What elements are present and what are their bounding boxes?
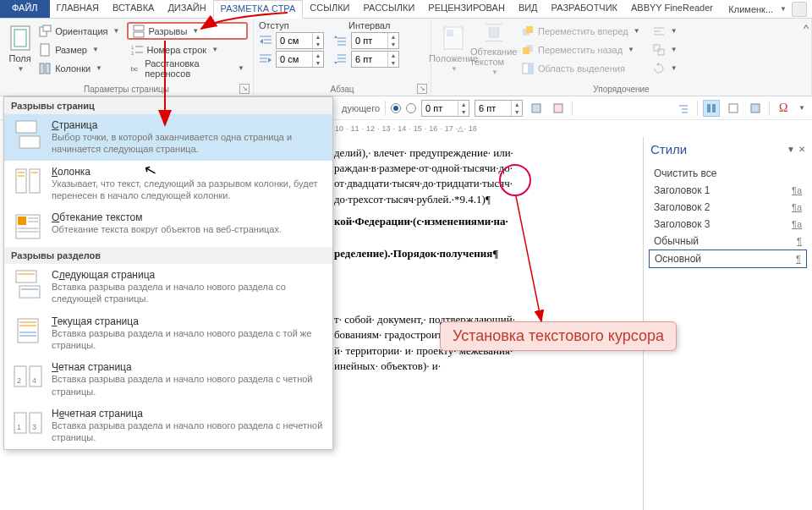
margins-button[interactable]: Поля▼ <box>5 20 35 76</box>
position-button[interactable]: Положение▼ <box>436 20 470 76</box>
svg-rect-4 <box>41 44 49 56</box>
tab-review[interactable]: РЕЦЕНЗИРОВАН <box>421 0 512 18</box>
styles-close-icon[interactable]: ✕ <box>798 145 805 154</box>
svg-rect-50 <box>751 104 760 112</box>
svg-rect-51 <box>16 121 36 133</box>
omega-icon[interactable]: Ω <box>775 100 792 117</box>
radio-1[interactable] <box>391 103 401 113</box>
ribbon: Поля▼ Ориентация▼ Размер▼ Колонки▼ <box>0 19 812 96</box>
indent-left-spinner[interactable]: ▲▼ <box>276 32 324 49</box>
omega-dd[interactable]: ▼ <box>798 104 805 112</box>
dd-item-odd-page[interactable]: 13 Нечетная страницаВставка разрыва разд… <box>4 403 332 449</box>
page-setup-launcher[interactable]: ↘ <box>239 84 250 94</box>
spacing-before-spinner[interactable]: ▲▼ <box>351 32 399 49</box>
style-normal[interactable]: Обычный¶ <box>649 233 807 250</box>
svg-rect-5 <box>40 63 44 74</box>
avatar[interactable] <box>792 2 807 17</box>
svg-rect-43 <box>554 104 562 112</box>
tab-insert[interactable]: ВСТАВКА <box>106 0 161 18</box>
svg-rect-42 <box>532 104 540 112</box>
dd-section-section-breaks: Разрывы разделов <box>4 247 332 264</box>
sub-spin-1[interactable]: ▲▼ <box>421 100 469 117</box>
sub-btn-a[interactable] <box>528 100 545 117</box>
tab-developer[interactable]: РАЗРАБОТЧИК <box>545 0 624 18</box>
style-heading2[interactable]: Заголовок 2¶a <box>649 199 807 216</box>
user-dropdown-icon[interactable]: ▼ <box>780 5 787 13</box>
arrange-label: Упорядочение <box>431 85 811 94</box>
spacing-after-spinner[interactable]: ▲▼ <box>351 51 399 68</box>
line-numbers-button[interactable]: 12 Номера строк▼ <box>127 41 249 58</box>
svg-text:1: 1 <box>131 45 134 50</box>
svg-text:bc: bc <box>130 64 137 72</box>
style-main[interactable]: Основной¶ <box>649 250 807 268</box>
ribbon-collapse-icon[interactable]: ^ <box>804 22 809 35</box>
svg-rect-7 <box>134 25 144 30</box>
size-button[interactable]: Размер▼ <box>35 41 123 58</box>
svg-rect-66 <box>19 286 40 298</box>
wrap-text-button[interactable]: Обтекание текстом▼ <box>470 20 518 76</box>
tab-mailings[interactable]: РАССЫЛКИ <box>356 0 421 18</box>
rotate-button[interactable]: ▼ <box>649 59 681 77</box>
breaks-dropdown: Разрывы страниц СтраницаВыбор точки, в к… <box>3 96 333 450</box>
svg-rect-48 <box>712 104 716 112</box>
dd-item-text-wrapping[interactable]: Обтекание текстомОбтекание текста вокруг… <box>4 206 332 247</box>
style-heading3[interactable]: Заголовок 3¶a <box>649 216 807 233</box>
send-backward-button[interactable]: Переместить назад▼ <box>518 41 644 58</box>
user-name[interactable]: Клименк... <box>728 4 773 14</box>
sub-indent-icon[interactable] <box>675 100 692 117</box>
svg-rect-64 <box>16 271 36 282</box>
bring-forward-button[interactable]: Переместить вперед▼ <box>518 22 644 40</box>
svg-rect-8 <box>134 32 144 37</box>
svg-rect-49 <box>729 104 738 112</box>
sub-btn-b[interactable] <box>550 100 567 117</box>
svg-text:1: 1 <box>17 423 21 431</box>
svg-text:4: 4 <box>32 376 36 385</box>
tab-file[interactable]: ФАЙЛ <box>0 0 50 18</box>
svg-text:3: 3 <box>32 423 36 431</box>
tab-view[interactable]: ВИД <box>512 0 545 18</box>
dd-item-column[interactable]: КолонкаУказывает, что текст, следующий з… <box>4 161 332 207</box>
view-btn-1[interactable] <box>703 100 720 117</box>
selection-pane-button[interactable]: Область выделения <box>518 59 644 77</box>
tab-design[interactable]: ДИЗАЙН <box>161 0 212 18</box>
indent-right-icon <box>259 52 272 66</box>
view-btn-3[interactable] <box>747 100 764 117</box>
svg-rect-47 <box>707 104 710 112</box>
svg-rect-59 <box>18 217 26 225</box>
orientation-button[interactable]: Ориентация▼ <box>35 22 123 40</box>
tab-references[interactable]: ССЫЛКИ <box>303 0 356 18</box>
svg-rect-27 <box>447 30 453 36</box>
dd-section-page-breaks: Разрывы страниц <box>4 97 332 114</box>
radio-2[interactable] <box>406 103 416 113</box>
tab-abbyy[interactable]: ABBYY FineReader <box>624 0 720 18</box>
styles-dropdown-icon[interactable]: ▼ <box>787 145 795 154</box>
hyphenation-button[interactable]: bc Расстановка переносов▼ <box>127 59 249 77</box>
svg-rect-28 <box>490 28 499 37</box>
tab-page-layout[interactable]: РАЗМЕТКА СТРА <box>213 0 304 19</box>
dd-item-next-page[interactable]: Следующая страницаВставка разрыва раздел… <box>4 264 332 310</box>
breaks-button[interactable]: Разрывы▼ <box>127 22 249 40</box>
style-clear[interactable]: Очистить все <box>649 165 807 182</box>
dd-item-page[interactable]: СтраницаВыбор точки, в которой заканчива… <box>4 114 332 161</box>
spacing-label: Интервал <box>348 20 390 30</box>
view-btn-2[interactable] <box>725 100 742 117</box>
dd-item-continuous[interactable]: Текущая страницаВставка разрыва раздела … <box>4 310 332 357</box>
annotation-callout: Установка текстового курсора <box>440 321 677 351</box>
svg-rect-34 <box>523 47 529 54</box>
dd-item-even-page[interactable]: 24 Четная страницаВставка разрыва раздел… <box>4 356 332 403</box>
align-button[interactable]: ▼ <box>649 22 681 40</box>
svg-text:2: 2 <box>131 51 134 56</box>
sub-spin-2[interactable]: ▲▼ <box>475 100 523 117</box>
tab-home[interactable]: ГЛАВНАЯ <box>50 0 106 18</box>
svg-rect-40 <box>654 45 660 51</box>
columns-button[interactable]: Колонки▼ <box>35 59 123 77</box>
indent-left-icon <box>259 34 272 47</box>
svg-rect-3 <box>43 25 51 31</box>
group-button[interactable]: ▼ <box>649 41 681 58</box>
paragraph-launcher[interactable]: ↘ <box>417 84 427 94</box>
style-heading1[interactable]: Заголовок 1¶a <box>649 182 807 199</box>
svg-rect-41 <box>658 49 664 55</box>
svg-rect-52 <box>19 136 40 148</box>
indent-label: Отступ <box>259 20 289 30</box>
indent-right-spinner[interactable]: ▲▼ <box>276 51 324 68</box>
